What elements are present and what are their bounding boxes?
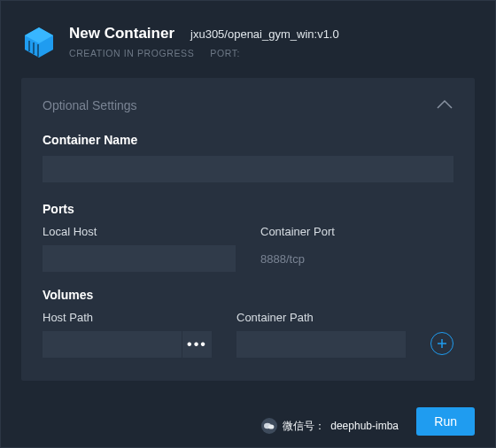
header: New Container jxu305/openai_gym_win:v1.0…: [0, 0, 496, 78]
run-button[interactable]: Run: [416, 407, 475, 436]
page-title: New Container: [69, 25, 174, 42]
local-host-label: Local Host: [43, 225, 236, 238]
image-reference: jxu305/openai_gym_win:v1.0: [190, 27, 339, 41]
plus-icon: [437, 338, 447, 349]
container-cube-icon: [21, 25, 57, 60]
wechat-icon: [261, 418, 277, 434]
local-host-input[interactable]: [43, 245, 236, 272]
ellipsis-icon: •••: [187, 336, 207, 352]
host-path-label: Host Path: [43, 311, 212, 324]
container-path-input[interactable]: [236, 331, 406, 358]
container-port-value: 8888/tcp: [260, 245, 453, 272]
browse-path-button[interactable]: •••: [182, 331, 212, 358]
volumes-label: Volumes: [43, 288, 453, 302]
container-port-label: Container Port: [260, 225, 453, 238]
creation-status: CREATION IN PROGRESS: [69, 48, 194, 58]
container-path-label: Container Path: [236, 311, 406, 324]
container-name-label: Container Name: [43, 133, 453, 147]
collapse-chevron-icon[interactable]: [436, 97, 453, 113]
optional-settings-panel: Optional Settings Container Name Ports L…: [21, 78, 475, 381]
svg-point-8: [268, 424, 274, 429]
container-name-input[interactable]: [43, 156, 453, 182]
ports-label: Ports: [43, 202, 453, 216]
add-volume-button[interactable]: [430, 332, 453, 355]
watermark: 微信号： deephub-imba: [261, 418, 399, 434]
watermark-label: 微信号：: [283, 419, 325, 434]
panel-title: Optional Settings: [43, 98, 137, 112]
watermark-id: deephub-imba: [330, 420, 399, 432]
port-label: PORT:: [210, 48, 240, 58]
host-path-input[interactable]: [43, 331, 182, 358]
